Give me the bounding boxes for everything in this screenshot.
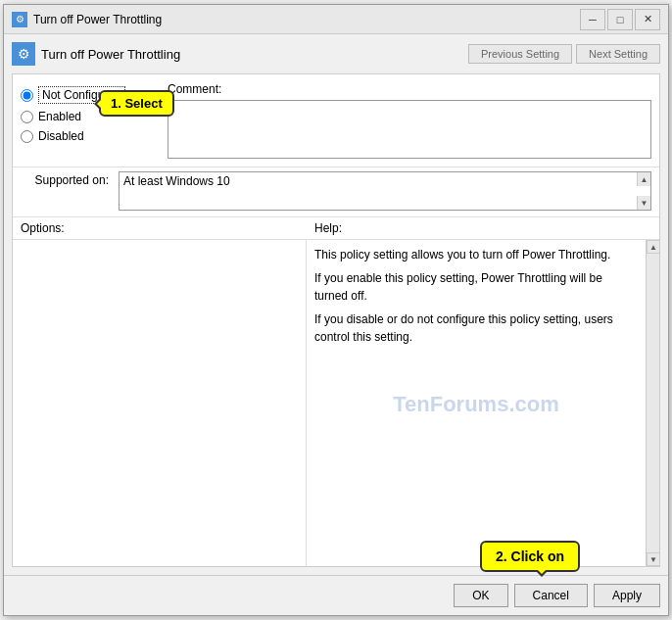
help-panel: TenForums.com This policy setting allows…: [307, 240, 646, 566]
supported-section: Supported on: At least Windows 10 ▲ ▼: [13, 167, 659, 216]
not-configured-radio[interactable]: [21, 89, 33, 102]
maximize-button[interactable]: □: [607, 9, 633, 30]
enabled-label: Enabled: [38, 110, 81, 123]
window-icon: ⚙: [12, 12, 27, 27]
select-tooltip: 1. Select: [99, 90, 174, 117]
comment-section: Comment:: [168, 82, 651, 159]
title-bar: ⚙ Turn off Power Throttling ─ □ ✕: [4, 5, 668, 34]
footer: 2. Click on OK Cancel Apply: [4, 575, 668, 615]
options-section-label: Options:: [21, 221, 305, 235]
comment-textarea[interactable]: [168, 100, 651, 159]
header-row: ⚙ Turn off Power Throttling Previous Set…: [12, 42, 660, 66]
top-section: Not Configured Enabled Disabled 1. Selec…: [13, 74, 659, 167]
ok-button[interactable]: OK: [454, 584, 507, 607]
previous-setting-button[interactable]: Previous Setting: [468, 44, 572, 64]
help-text-2: If you enable this policy setting, Power…: [314, 269, 638, 305]
header-left: ⚙ Turn off Power Throttling: [12, 42, 180, 66]
watermark: TenForums.com: [393, 387, 559, 419]
main-window: ⚙ Turn off Power Throttling ─ □ ✕ ⚙ Turn…: [3, 4, 669, 616]
options-help-row: Options: Help:: [13, 216, 659, 239]
content-area: ⚙ Turn off Power Throttling Previous Set…: [4, 34, 668, 575]
supported-value-wrap: At least Windows 10 ▲ ▼: [119, 171, 651, 211]
help-text-3: If you disable or do not configure this …: [314, 310, 638, 346]
supported-value: At least Windows 10: [123, 174, 230, 188]
close-button[interactable]: ✕: [635, 9, 660, 30]
disabled-option[interactable]: Disabled: [21, 129, 158, 143]
title-bar-buttons: ─ □ ✕: [580, 9, 660, 30]
next-setting-button[interactable]: Next Setting: [576, 44, 660, 64]
policy-title: Turn off Power Throttling: [41, 47, 180, 62]
apply-button[interactable]: Apply: [594, 584, 660, 607]
window-title: Turn off Power Throttling: [33, 13, 580, 26]
policy-icon: ⚙: [12, 42, 35, 66]
help-section-label: Help:: [314, 221, 342, 235]
disabled-label: Disabled: [38, 129, 84, 143]
enabled-radio[interactable]: [21, 111, 33, 123]
bottom-panels: TenForums.com This policy setting allows…: [13, 239, 659, 566]
help-scroll-track: [647, 254, 659, 552]
cancel-button[interactable]: Cancel: [514, 584, 588, 607]
comment-label: Comment:: [168, 82, 651, 96]
main-panel: Not Configured Enabled Disabled 1. Selec…: [12, 73, 660, 567]
help-text-1: This policy setting allows you to turn o…: [314, 246, 638, 263]
help-scroll-up[interactable]: ▲: [647, 240, 659, 254]
radio-group: Not Configured Enabled Disabled 1. Selec…: [21, 82, 158, 159]
scroll-down-btn[interactable]: ▼: [637, 196, 650, 210]
options-panel: [13, 240, 307, 566]
click-tooltip: 2. Click on: [480, 541, 580, 572]
scroll-up-btn[interactable]: ▲: [637, 172, 650, 186]
help-scrollbar: ▲ ▼: [646, 240, 659, 566]
supported-label: Supported on:: [21, 171, 109, 187]
minimize-button[interactable]: ─: [580, 9, 605, 30]
nav-buttons: Previous Setting Next Setting: [468, 44, 660, 64]
disabled-radio[interactable]: [21, 130, 33, 143]
help-scroll-down[interactable]: ▼: [647, 552, 659, 566]
